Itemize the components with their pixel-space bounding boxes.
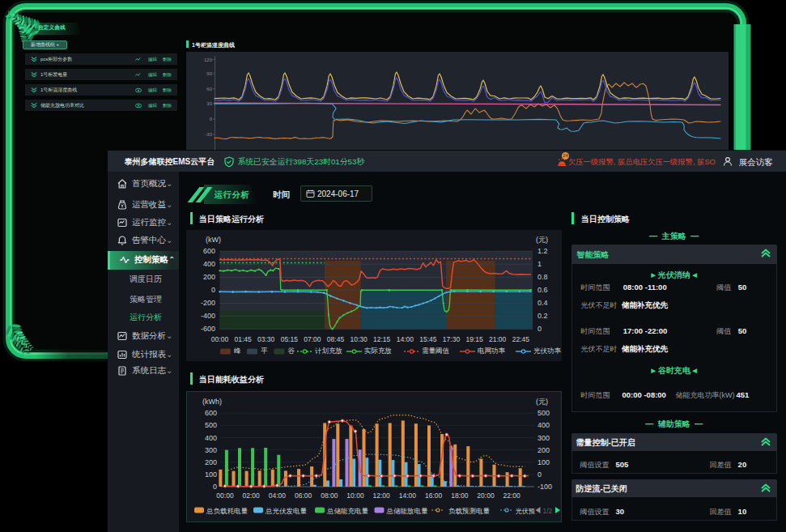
- svg-text:10:30: 10:30: [350, 335, 368, 343]
- svg-text:00:00: 00:00: [211, 335, 229, 343]
- svg-text:08:45: 08:45: [327, 335, 345, 343]
- svg-text:电网功率: 电网功率: [478, 347, 506, 355]
- svg-text:120: 120: [204, 57, 213, 62]
- svg-text:-400: -400: [201, 312, 215, 320]
- svg-text:峰: 峰: [234, 347, 241, 355]
- svg-text:500: 500: [205, 421, 217, 429]
- svg-text:06:00: 06:00: [295, 492, 312, 500]
- svg-text:0.8: 0.8: [537, 273, 548, 281]
- svg-text:需量阈值: 需量阈值: [422, 347, 450, 355]
- svg-text:19:15: 19:15: [465, 335, 483, 343]
- svg-text:(元): (元): [536, 398, 548, 406]
- svg-text:(kWh): (kWh): [202, 398, 222, 406]
- svg-text:60: 60: [206, 87, 212, 92]
- svg-text:300: 300: [205, 446, 217, 454]
- svg-text:12:15: 12:15: [373, 335, 391, 343]
- svg-text:1: 1: [537, 260, 542, 268]
- svg-text:500: 500: [537, 409, 550, 417]
- svg-text:400: 400: [203, 260, 215, 268]
- svg-text:21:00: 21:00: [489, 335, 507, 343]
- svg-text:0: 0: [537, 470, 542, 479]
- svg-text:(元): (元): [536, 236, 548, 244]
- svg-text:03:30: 03:30: [257, 335, 275, 343]
- svg-text:08:00: 08:00: [321, 492, 338, 500]
- svg-text:600: 600: [205, 409, 217, 417]
- svg-text:05:15: 05:15: [281, 335, 299, 343]
- svg-text:200: 200: [203, 273, 215, 281]
- svg-text:12:00: 12:00: [373, 492, 391, 500]
- svg-text:10:00: 10:00: [346, 492, 364, 500]
- svg-text:光伏功率: 光伏功率: [533, 347, 562, 355]
- svg-text:600: 600: [203, 247, 215, 255]
- svg-text:0: 0: [213, 483, 217, 491]
- svg-text:04:00: 04:00: [269, 492, 287, 500]
- svg-text:14:00: 14:00: [399, 492, 417, 500]
- svg-text:07:00: 07:00: [304, 335, 321, 343]
- svg-text:01:45: 01:45: [234, 335, 252, 343]
- svg-text:14:00: 14:00: [397, 335, 414, 343]
- svg-text:总负载耗电量: 总负载耗电量: [206, 507, 249, 515]
- svg-text:400: 400: [537, 421, 550, 429]
- svg-text:-30: -30: [205, 132, 212, 137]
- svg-text:100: 100: [205, 470, 217, 479]
- svg-text:0.4: 0.4: [537, 299, 548, 307]
- svg-text:16:00: 16:00: [425, 492, 443, 500]
- svg-text:22:00: 22:00: [503, 492, 521, 500]
- svg-text:300: 300: [537, 434, 550, 442]
- svg-text:100: 100: [537, 458, 550, 466]
- svg-text:计划充放: 计划充放: [315, 347, 342, 355]
- svg-text:谷: 谷: [288, 347, 295, 355]
- svg-text:18:00: 18:00: [451, 492, 469, 500]
- svg-text:1.2: 1.2: [537, 247, 548, 255]
- svg-text:200: 200: [537, 446, 550, 454]
- svg-text:-100: -100: [537, 483, 552, 491]
- svg-text:22:45: 22:45: [512, 335, 530, 343]
- svg-text:20:00: 20:00: [477, 492, 495, 500]
- svg-text:0: 0: [211, 286, 215, 294]
- svg-text:15:45: 15:45: [419, 335, 437, 343]
- svg-text:17:30: 17:30: [443, 335, 461, 343]
- svg-text:(kW): (kW): [206, 236, 221, 244]
- svg-text:总储能放电量: 总储能放电量: [386, 507, 429, 515]
- svg-text:02:00: 02:00: [243, 492, 261, 500]
- svg-text:0: 0: [210, 117, 213, 121]
- svg-text:总光伏发电量: 总光伏发电量: [265, 507, 308, 515]
- svg-text:0.2: 0.2: [537, 312, 548, 320]
- svg-text:-200: -200: [201, 299, 215, 307]
- svg-text:400: 400: [205, 434, 217, 442]
- svg-text:光伏预: 光伏预: [516, 508, 536, 515]
- svg-text:90: 90: [206, 71, 212, 76]
- svg-text:30: 30: [206, 101, 212, 106]
- svg-text:-600: -600: [201, 325, 215, 333]
- svg-text:0: 0: [537, 325, 542, 333]
- svg-text:1/2: 1/2: [543, 507, 553, 515]
- svg-text:总储能充电量: 总储能充电量: [326, 507, 369, 515]
- svg-text:实际充放: 实际充放: [364, 347, 392, 355]
- svg-text:平: 平: [261, 347, 268, 355]
- svg-text:200: 200: [205, 458, 217, 466]
- svg-text:0.6: 0.6: [537, 286, 548, 294]
- svg-text:负载预测电量: 负载预测电量: [448, 507, 491, 515]
- svg-text:00:00: 00:00: [216, 492, 234, 500]
